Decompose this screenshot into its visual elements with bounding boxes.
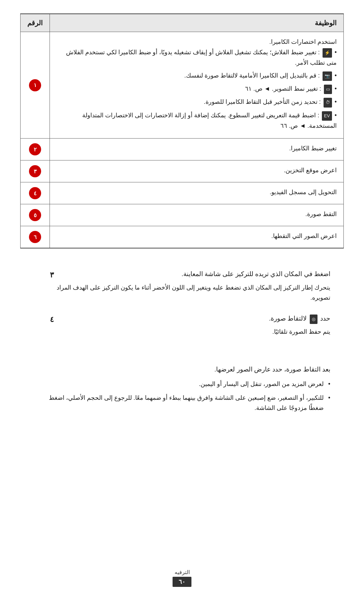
- table-cell-num-3: ٣: [21, 160, 50, 182]
- step-3-content: اضغط في المكان الذي تريده للتركيز على شا…: [54, 269, 330, 303]
- table-cell-num-1: ١: [21, 32, 50, 139]
- step-3-sub: يتحرك إطار التركيز إلى المكان الذي تضغط …: [54, 282, 330, 303]
- page-container: الوظيفة الرقم استخدم اختصارات الكاميرا. …: [0, 0, 364, 597]
- table-cell-func-4: التحويل إلى مسجل الفيديو.: [50, 182, 344, 204]
- table-cell-num-5: ٥: [21, 204, 50, 226]
- after-bullet-2: للتكبير، أو التصغير، ضع إصبعين على الشاش…: [34, 393, 330, 413]
- step-4-content: حدد ◎ لالتقاط صورة. يتم حفظ الصورة تلقائ…: [54, 313, 330, 337]
- shutter-icon: ◎: [310, 315, 317, 324]
- row-number-5: ٥: [29, 209, 41, 221]
- step-4-item: ٤ حدد ◎ لالتقاط صورة. يتم حفظ الصورة تلق…: [34, 313, 330, 337]
- table-cell-func-1: استخدم اختصارات الكاميرا. • ⚡ : تغيير ضب…: [50, 32, 344, 139]
- table-row: التقط صورة. ٥: [21, 204, 344, 226]
- row-number-2: ٢: [29, 143, 41, 155]
- page-footer: الترفيه ٦٠: [0, 569, 364, 587]
- step-4-sub: يتم حفظ الصورة تلقائيًا.: [54, 327, 330, 337]
- table-header-num: الرقم: [21, 14, 50, 32]
- table-cell-func-2: تغيير ضبط الكاميرا.: [50, 139, 344, 160]
- table-row: استخدم اختصارات الكاميرا. • ⚡ : تغيير ضب…: [21, 32, 344, 139]
- step-3-number: ٣: [37, 269, 54, 303]
- func-bullet-3: • ▭ : تغيير نمط التصوير. ◄ ص. ٦١: [57, 84, 337, 94]
- func-bullet-2: • 📷 : قم بالتبديل إلى الكاميرا الأمامية …: [57, 70, 337, 81]
- step-3-main: اضغط في المكان الذي تريده للتركيز على شا…: [54, 269, 330, 279]
- func-bullet-5: • EV : اضبط قيمة التعريض لتغيير السطوع. …: [57, 110, 337, 131]
- bullet-dot: •: [335, 72, 337, 79]
- exposure-icon: EV: [322, 111, 332, 121]
- table-header-func: الوظيفة: [50, 14, 344, 32]
- front-camera-icon: 📷: [323, 71, 332, 81]
- table-cell-func-3: اعرض موقع التخزين.: [50, 160, 344, 182]
- flash-icon: ⚡: [323, 48, 332, 58]
- table-cell-func-5: التقط صورة.: [50, 204, 344, 226]
- table-row: اعرض الصور التي التقطها. ٦: [21, 226, 344, 248]
- func-bullet-4: • ⏱ : تحديد زمن التأخير قبل التقاط الكام…: [57, 97, 337, 107]
- table-cell-num-6: ٦: [21, 226, 50, 248]
- row-number-4: ٤: [29, 187, 41, 199]
- mode-icon: ▭: [324, 85, 332, 94]
- bullet-dot: •: [335, 98, 337, 105]
- footer-page-number: ٦٠: [173, 577, 191, 587]
- bullet-dot: •: [335, 112, 337, 119]
- table-row: التحويل إلى مسجل الفيديو. ٤: [21, 182, 344, 204]
- row-number-1: ١: [29, 79, 41, 91]
- step-4-main: حدد ◎ لالتقاط صورة.: [54, 313, 330, 324]
- func-bullet-1: • ⚡ : تغيير ضبط الفلاش؛ يمكنك تشغيل الفل…: [57, 47, 337, 68]
- table-cell-func-6: اعرض الصور التي التقطها.: [50, 226, 344, 248]
- step-4-number: ٤: [37, 313, 54, 337]
- table-row: تغيير ضبط الكاميرا. ٢: [21, 139, 344, 160]
- row-number-3: ٣: [29, 165, 41, 177]
- bullet-dot: •: [335, 85, 337, 92]
- table-cell-num-2: ٢: [21, 139, 50, 160]
- table-row: اعرض موقع التخزين. ٣: [21, 160, 344, 182]
- bullet-dot: •: [335, 49, 337, 56]
- step-3-item: ٣ اضغط في المكان الذي تريده للتركيز على …: [34, 269, 330, 303]
- after-capture-list: لعرض المزيد من الصور، تنقل إلى اليسار أو…: [34, 379, 330, 413]
- row-number-6: ٦: [29, 231, 41, 243]
- timer-icon: ⏱: [324, 98, 332, 107]
- after-bullet-1: لعرض المزيد من الصور، تنقل إلى اليسار أو…: [34, 379, 330, 389]
- func-intro: استخدم اختصارات الكاميرا.: [57, 37, 337, 47]
- steps-section: ٣ اضغط في المكان الذي تريده للتركيز على …: [20, 265, 344, 350]
- table-cell-num-4: ٤: [21, 182, 50, 204]
- after-capture-section: بعد التقاط صورة، حدد عارض الصور لعرضها. …: [20, 361, 344, 420]
- after-capture-intro: بعد التقاط صورة، حدد عارض الصور لعرضها.: [34, 364, 330, 375]
- function-table: الوظيفة الرقم استخدم اختصارات الكاميرا. …: [20, 13, 344, 248]
- footer-label: الترفيه: [0, 569, 364, 575]
